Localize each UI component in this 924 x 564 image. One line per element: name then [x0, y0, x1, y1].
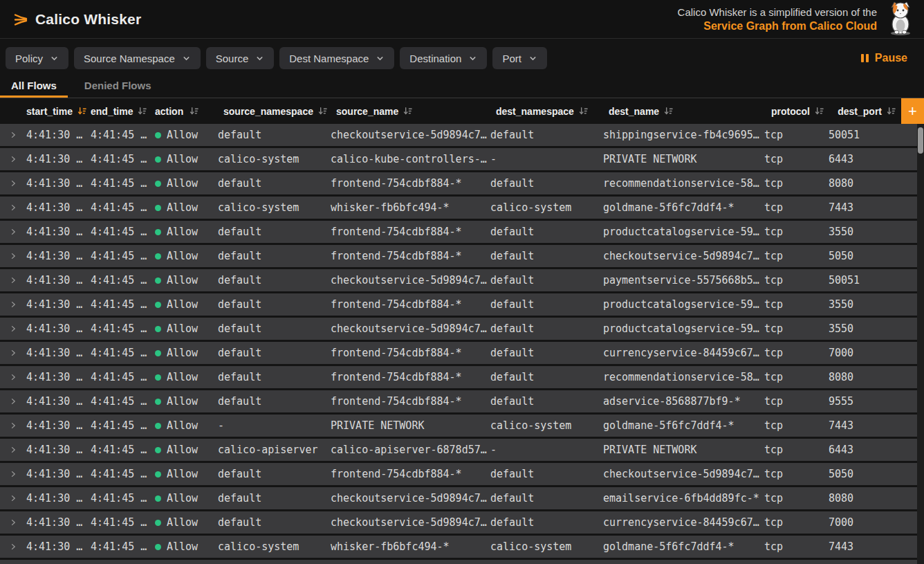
cell-dest-namespace: default [490, 226, 603, 238]
column-header-protocol[interactable]: protocol [764, 106, 829, 117]
cell-start-time: 4:41:30 … [21, 395, 85, 408]
cell-action: Allow [149, 250, 218, 262]
add-column-button[interactable]: + [901, 98, 924, 124]
sort-descending-icon [403, 106, 413, 116]
flow-row[interactable]: 4:41:30 … 4:41:45 … Allow default fronte… [0, 172, 917, 194]
cell-dest-port: 6443 [829, 444, 917, 456]
cell-protocol: tcp [764, 274, 829, 286]
allow-status-dot-icon [155, 447, 161, 453]
filter-bar: Policy Source Namespace Source Dest Name… [0, 39, 924, 75]
cell-action: Allow [149, 492, 218, 504]
flow-row[interactable]: 4:41:30 … 4:41:45 … Allow default checko… [0, 318, 917, 340]
tab-all-flows[interactable]: All Flows [0, 75, 68, 98]
row-expand-chevron-right-icon[interactable] [0, 397, 21, 406]
flow-row[interactable]: 4:41:30 … 4:41:45 … Allow default fronte… [0, 390, 917, 412]
row-expand-chevron-right-icon[interactable] [0, 276, 21, 284]
cell-action: Allow [149, 298, 218, 311]
cell-start-time: 4:41:30 … [21, 468, 85, 480]
row-expand-chevron-right-icon[interactable] [0, 373, 21, 381]
allow-status-dot-icon [155, 495, 161, 502]
cell-action: Allow [149, 468, 218, 480]
row-expand-chevron-right-icon[interactable] [0, 518, 21, 527]
cell-dest-namespace: default [490, 177, 603, 190]
row-expand-chevron-right-icon[interactable] [0, 494, 21, 502]
filter-port-button[interactable]: Port [492, 47, 547, 69]
row-expand-chevron-right-icon[interactable] [0, 300, 21, 309]
flow-row[interactable]: 4:41:30 … 4:41:45 … Allow default checko… [0, 269, 917, 291]
action-label: Allow [167, 129, 198, 141]
cell-dest-port: 50051 [829, 129, 917, 141]
flow-row[interactable]: 4:41:30 … 4:41:45 … Allow default fronte… [0, 221, 917, 243]
row-expand-chevron-right-icon[interactable] [0, 131, 21, 139]
cell-source-namespace: default [218, 371, 331, 383]
column-header-action[interactable]: action [149, 106, 218, 117]
pause-label: Pause [875, 52, 907, 64]
filter-destination-label: Destination [409, 53, 461, 64]
flow-row[interactable]: 4:41:30 … 4:41:45 … Allow default checko… [0, 124, 917, 146]
column-header-end-time[interactable]: end_time [85, 106, 149, 117]
row-expand-chevron-right-icon[interactable] [0, 349, 21, 357]
flow-row[interactable]: 4:41:30 … 4:41:45 … Allow default fronte… [0, 463, 917, 485]
cell-dest-namespace: calico-system [490, 419, 603, 432]
column-header-start-time[interactable]: start_time [21, 106, 85, 117]
row-expand-chevron-right-icon[interactable] [0, 421, 21, 430]
filter-source-namespace-button[interactable]: Source Namespace [74, 47, 201, 69]
cell-source-name: whisker-fb6bfc494-* [331, 540, 490, 553]
cell-source-name: checkoutservice-5d9894c7… [331, 274, 490, 286]
cell-dest-name: adservice-8568877bf9-* [603, 395, 764, 408]
filter-source-button[interactable]: Source [206, 47, 275, 69]
cell-source-name: frontend-754cdbf884-* [331, 347, 490, 359]
flow-row[interactable]: 4:41:30 … 4:41:45 … Allow default fronte… [0, 293, 917, 316]
cell-start-time: 4:41:30 … [21, 177, 85, 190]
column-header-source-name[interactable]: source_name [331, 106, 490, 117]
service-graph-link[interactable]: Service Graph from Calico Cloud [678, 20, 877, 33]
allow-status-dot-icon [155, 205, 161, 211]
flow-row[interactable]: 4:41:30 … 4:41:45 … Allow default checko… [0, 487, 917, 509]
cell-dest-port: 3550 [829, 298, 917, 311]
row-expand-chevron-right-icon[interactable] [0, 446, 21, 454]
column-header-dest-name[interactable]: dest_name [603, 106, 764, 117]
cell-source-name: checkoutservice-5d9894c7… [331, 516, 490, 529]
flow-row[interactable]: 4:41:30 … 4:41:45 … Allow default fronte… [0, 366, 917, 388]
row-expand-chevron-right-icon[interactable] [0, 252, 21, 260]
flow-row[interactable]: 4:41:30 … 4:41:45 … Allow - PRIVATE NETW… [0, 415, 917, 437]
flow-row[interactable]: 4:41:30 … 4:41:45 … Allow default fronte… [0, 342, 917, 364]
filter-policy-label: Policy [15, 53, 43, 64]
cell-dest-namespace: - [490, 153, 603, 165]
flow-row[interactable]: 4:41:30 … 4:41:45 … Allow calico-system … [0, 536, 917, 558]
filter-destination-button[interactable]: Destination [400, 47, 487, 69]
cell-dest-port: 7000 [829, 347, 917, 359]
cell-end-time: 4:41:45 … [85, 201, 149, 214]
flow-row[interactable]: 4:41:30 … 4:41:45 … Allow calico-apiserv… [0, 439, 917, 461]
row-expand-chevron-right-icon[interactable] [0, 203, 21, 212]
row-expand-chevron-right-icon[interactable] [0, 470, 21, 478]
column-header-dest-namespace[interactable]: dest_namespace [490, 106, 603, 117]
row-expand-chevron-right-icon[interactable] [0, 543, 21, 551]
tab-denied-flows[interactable]: Denied Flows [73, 75, 163, 98]
flow-row[interactable]: 4:41:30 … 4:41:45 … Allow calico-system … [0, 148, 917, 170]
cell-dest-name: currencyservice-84459c67… [603, 516, 764, 529]
cell-dest-port: 8080 [829, 371, 917, 383]
column-header-source-namespace[interactable]: source_namespace [218, 106, 331, 117]
cell-dest-namespace: default [490, 516, 603, 529]
row-expand-chevron-right-icon[interactable] [0, 325, 21, 333]
sort-descending-icon [189, 106, 199, 116]
filter-dest-namespace-button[interactable]: Dest Namespace [279, 47, 394, 69]
row-expand-chevron-right-icon[interactable] [0, 179, 21, 188]
column-label: dest_port [838, 106, 882, 117]
flow-row[interactable]: 4:41:30 … 4:41:45 … Allow default fronte… [0, 245, 917, 267]
chevron-down-icon [182, 54, 191, 63]
cell-source-namespace: default [218, 395, 331, 408]
cell-dest-name: shippingservice-fb4c9695… [603, 129, 764, 141]
cell-dest-name: productcatalogservice-59… [603, 298, 764, 311]
pause-button[interactable]: Pause [855, 52, 913, 64]
cell-end-time: 4:41:45 … [85, 444, 149, 456]
row-expand-chevron-right-icon[interactable] [0, 155, 21, 163]
flow-row[interactable]: 4:41:30 … 4:41:45 … Allow default checko… [0, 511, 917, 534]
scrollbar-thumb[interactable] [918, 127, 923, 154]
filter-policy-button[interactable]: Policy [6, 47, 68, 69]
row-expand-chevron-right-icon[interactable] [0, 228, 21, 236]
flow-row[interactable]: 4:41:30 … 4:41:45 … Allow calico-system … [0, 197, 917, 219]
cell-dest-name: goldmane-5f6fc7ddf4-* [603, 201, 764, 214]
cell-action: Allow [149, 419, 218, 432]
